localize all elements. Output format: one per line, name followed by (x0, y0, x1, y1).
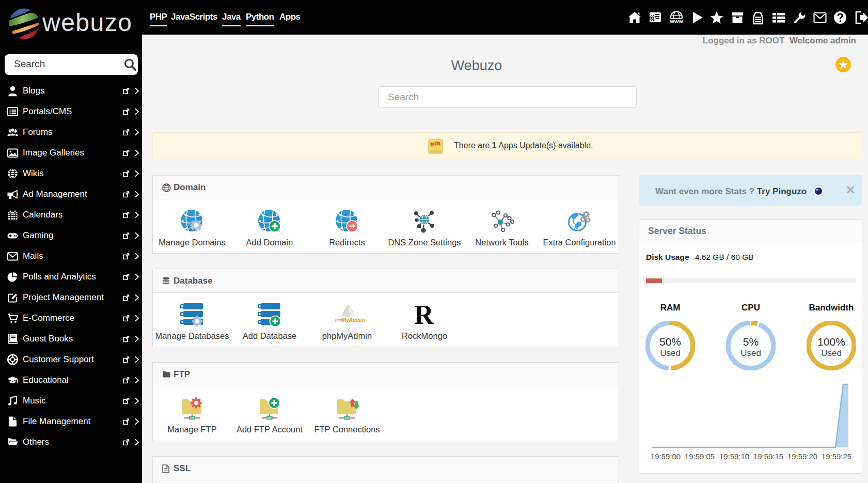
svg-text:FTP: FTP (190, 417, 195, 419)
svg-text:WWW: WWW (670, 19, 683, 24)
svg-text:FTP: FTP (345, 417, 350, 419)
svg-text:php: php (335, 318, 342, 322)
svg-text:MyAdmin: MyAdmin (342, 317, 365, 323)
svg-text:FTP: FTP (267, 417, 272, 419)
svg-text:R: R (414, 303, 434, 326)
